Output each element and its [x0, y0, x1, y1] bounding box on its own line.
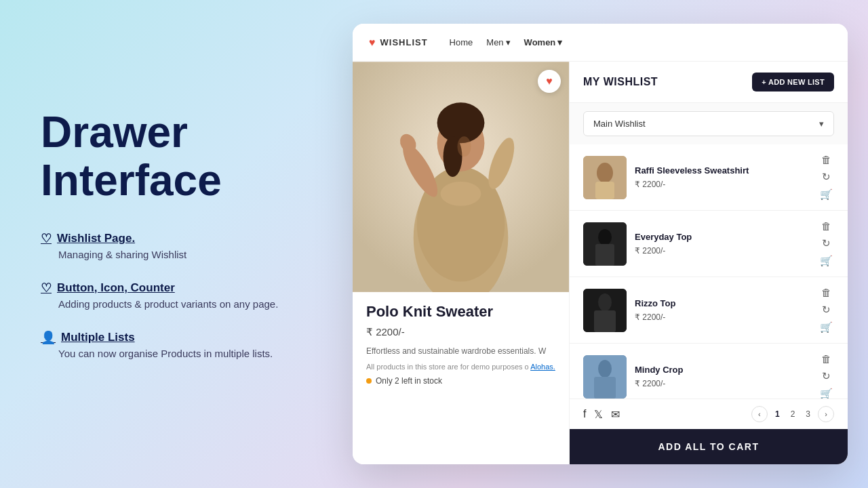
- product-section: ♥ Polo Knit Sweater ₹ 2200/- Effortless …: [353, 62, 570, 464]
- delete-button[interactable]: 🗑: [820, 219, 833, 233]
- feature-lists: 👤 Multiple Lists You can now organise Pr…: [41, 330, 312, 359]
- item-actions: 🗑 ↻ 🛒: [818, 219, 834, 268]
- nav-links: Home Men ▾ Women ▾: [450, 37, 563, 47]
- user-icon: 👤: [41, 330, 56, 345]
- wishlist-title: MY WISHLIST: [583, 76, 658, 88]
- browser-card: ♥ WISHLIST Home Men ▾ Women ▾: [353, 24, 848, 464]
- item-actions: 🗑 ↻ 🛒: [818, 152, 834, 202]
- wishlist-panel: MY WISHLIST + ADD NEW LIST Main Wishlist…: [570, 62, 848, 464]
- feature-wishlist-link[interactable]: ♡ Wishlist Page.: [41, 231, 312, 246]
- list-item: Raffi Sleeveless Sweatshirt ₹ 2200/- 🗑 ↻…: [570, 144, 848, 211]
- pagination: ‹ 1 2 3 ›: [751, 406, 834, 422]
- product-note: All products in this store are for demo …: [366, 363, 555, 371]
- stock-dot-icon: [366, 378, 372, 384]
- dropdown-arrow-icon: ▾: [819, 119, 824, 129]
- add-all-to-cart-button[interactable]: ADD ALL TO CART: [570, 429, 848, 464]
- item-details: Rizzo Top ₹ 2200/-: [635, 298, 810, 322]
- wishlist-toggle-button[interactable]: ♥: [538, 70, 561, 93]
- prev-page-button[interactable]: ‹: [751, 406, 768, 422]
- twitter-icon[interactable]: 𝕏: [594, 408, 603, 421]
- nav-men[interactable]: Men ▾: [486, 37, 510, 47]
- item-actions: 🗑 ↻ 🛒: [818, 352, 834, 399]
- feature-button-link[interactable]: ♡ Button, Icon, Counter: [41, 281, 312, 296]
- delete-button[interactable]: 🗑: [820, 285, 833, 300]
- svg-point-4: [441, 182, 481, 206]
- add-to-cart-button[interactable]: 🛒: [818, 320, 834, 335]
- add-to-cart-button[interactable]: 🛒: [818, 386, 834, 399]
- refresh-button[interactable]: ↻: [821, 236, 832, 251]
- item-actions: 🗑 ↻ 🛒: [818, 285, 834, 335]
- heart-icon: ♡: [41, 231, 52, 246]
- next-page-button[interactable]: ›: [818, 406, 834, 422]
- svg-point-6: [437, 102, 485, 143]
- feature-lists-desc: You can now organise Products in multipl…: [41, 348, 312, 359]
- svg-point-22: [598, 360, 612, 378]
- refresh-button[interactable]: ↻: [821, 369, 832, 384]
- item-details: Mindy Crop ₹ 2200/-: [635, 365, 810, 388]
- heart-outline-icon: ♡: [41, 281, 52, 296]
- wishlist-header: MY WISHLIST + ADD NEW LIST: [570, 62, 848, 103]
- svg-rect-20: [594, 310, 616, 332]
- item-details: Everyday Top ₹ 2200/-: [635, 232, 810, 256]
- feature-wishlist-desc: Managing & sharing Wishlist: [41, 249, 312, 260]
- refresh-button[interactable]: ↻: [821, 169, 832, 184]
- product-description: Effortless and sustainable wardrobe esse…: [366, 345, 555, 357]
- add-to-cart-button[interactable]: 🛒: [818, 187, 834, 202]
- svg-point-16: [598, 229, 612, 245]
- feature-lists-link[interactable]: 👤 Multiple Lists: [41, 330, 312, 345]
- svg-rect-23: [594, 377, 616, 399]
- refresh-button[interactable]: ↻: [821, 302, 832, 317]
- svg-point-13: [597, 163, 613, 183]
- delete-button[interactable]: 🗑: [820, 152, 833, 167]
- product-info: Polo Knit Sweater ₹ 2200/- Effortless an…: [353, 292, 569, 396]
- item-thumbnail: [583, 289, 627, 332]
- page-2[interactable]: 2: [787, 408, 799, 420]
- nav-logo: ♥ WISHLIST: [369, 37, 428, 49]
- chevron-down-icon: ▾: [557, 37, 562, 47]
- product-price: ₹ 2200/-: [366, 326, 555, 338]
- feature-button-desc: Adding products & product variants on an…: [41, 298, 312, 310]
- svg-rect-17: [595, 244, 614, 266]
- item-thumbnail: [583, 222, 627, 266]
- add-new-list-button[interactable]: + ADD NEW LIST: [752, 73, 834, 92]
- wishlist-items-list: Raffi Sleeveless Sweatshirt ₹ 2200/- 🗑 ↻…: [570, 144, 848, 399]
- stock-indicator: Only 2 left in stock: [366, 376, 555, 386]
- svg-point-19: [598, 293, 612, 311]
- list-item: Mindy Crop ₹ 2200/- 🗑 ↻ 🛒: [570, 344, 848, 399]
- product-note-link[interactable]: Alohas.: [530, 363, 555, 371]
- list-item: Rizzo Top ₹ 2200/- 🗑 ↻ 🛒: [570, 277, 848, 344]
- left-panel: Drawer Interface ♡ Wishlist Page. Managi…: [0, 68, 353, 420]
- product-name: Polo Knit Sweater: [366, 303, 555, 321]
- delete-button[interactable]: 🗑: [820, 352, 833, 366]
- item-thumbnail: [583, 156, 627, 199]
- page-title: Drawer Interface: [41, 108, 312, 204]
- nav-home[interactable]: Home: [450, 37, 473, 47]
- item-details: Raffi Sleeveless Sweatshirt ₹ 2200/-: [635, 165, 810, 189]
- navbar: ♥ WISHLIST Home Men ▾ Women ▾: [353, 24, 848, 62]
- item-thumbnail: [583, 355, 627, 399]
- wishlist-footer: f 𝕏 ✉ ‹ 1 2 3 › ADD ALL TO CART: [570, 399, 848, 464]
- list-item: Everyday Top ₹ 2200/- 🗑 ↻ 🛒: [570, 211, 848, 277]
- email-icon[interactable]: ✉: [611, 408, 620, 421]
- svg-rect-14: [595, 182, 614, 199]
- page-3[interactable]: 3: [802, 408, 814, 420]
- svg-point-11: [458, 136, 471, 157]
- feature-button: ♡ Button, Icon, Counter Adding products …: [41, 281, 312, 310]
- wishlist-dropdown[interactable]: Main Wishlist ▾: [583, 111, 834, 136]
- add-to-cart-button[interactable]: 🛒: [818, 253, 834, 268]
- wishlist-footer-top: f 𝕏 ✉ ‹ 1 2 3 ›: [570, 399, 848, 429]
- chevron-down-icon: ▾: [506, 37, 511, 47]
- nav-heart-icon: ♥: [369, 37, 376, 49]
- product-image: [353, 62, 569, 292]
- facebook-icon[interactable]: f: [583, 408, 586, 421]
- nav-women[interactable]: Women ▾: [524, 37, 563, 47]
- page-1[interactable]: 1: [772, 408, 783, 420]
- main-content: ♥ Polo Knit Sweater ₹ 2200/- Effortless …: [353, 62, 848, 464]
- feature-wishlist: ♡ Wishlist Page. Managing & sharing Wish…: [41, 231, 312, 260]
- product-image-container: ♥: [353, 62, 569, 292]
- social-icons: f 𝕏 ✉: [583, 408, 620, 421]
